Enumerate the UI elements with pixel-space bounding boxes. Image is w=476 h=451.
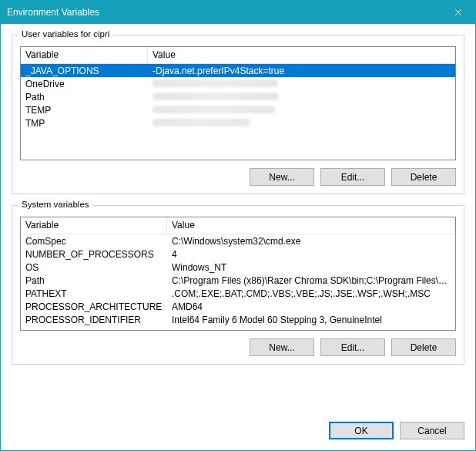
- table-row[interactable]: ComSpecC:\Windows\system32\cmd.exe: [21, 234, 455, 247]
- system-list-header: Variable Value: [21, 217, 455, 234]
- variable-value-cell: 4: [167, 249, 455, 260]
- system-variables-legend: System variables: [18, 200, 92, 209]
- table-row[interactable]: TEMP: [21, 103, 455, 116]
- table-row[interactable]: OneDrive: [21, 77, 455, 90]
- variable-name-cell: TMP: [21, 118, 148, 129]
- variable-value-cell: C:\Windows\system32\cmd.exe: [167, 236, 455, 247]
- variable-name-cell: NUMBER_OF_PROCESSORS: [21, 249, 167, 260]
- variable-value-cell: Windows_NT: [167, 262, 455, 273]
- system-rows[interactable]: ComSpecC:\Windows\system32\cmd.exeNUMBER…: [21, 234, 455, 330]
- variable-value-cell: [148, 92, 455, 103]
- variable-value-cell: AMD64: [167, 301, 455, 312]
- window-title: Environment Variables: [7, 7, 441, 18]
- user-new-button[interactable]: New...: [250, 168, 314, 186]
- close-icon[interactable]: [441, 1, 475, 24]
- variable-name-cell: Path: [21, 92, 148, 103]
- variable-name-cell: PROCESSOR_IDENTIFIER: [21, 315, 167, 325]
- user-list-header: Variable Value: [21, 47, 455, 64]
- dialog-footer: OK Cancel: [1, 422, 475, 450]
- table-row[interactable]: _JAVA_OPTIONS-Djava.net.preferIPv4Stack=…: [21, 64, 455, 77]
- variable-value-cell: C:\Program Files (x86)\Razer Chroma SDK\…: [167, 275, 455, 286]
- user-edit-button[interactable]: Edit...: [320, 168, 385, 186]
- system-delete-button[interactable]: Delete: [391, 338, 456, 356]
- variable-value-cell: Intel64 Family 6 Model 60 Stepping 3, Ge…: [167, 315, 455, 325]
- user-variables-legend: User variables for cipri: [18, 29, 112, 39]
- variable-value-cell: .COM;.EXE;.BAT;.CMD;.VBS;.VBE;.JS;.JSE;.…: [167, 288, 455, 299]
- variable-name-cell: PATHEXT: [21, 288, 167, 299]
- variable-name-cell: _JAVA_OPTIONS: [21, 66, 148, 76]
- system-variables-group: System variables Variable Value ComSpecC…: [12, 205, 464, 365]
- titlebar: Environment Variables: [1, 1, 475, 24]
- variable-value-cell: [148, 105, 455, 116]
- system-edit-button[interactable]: Edit...: [320, 338, 385, 356]
- ok-button[interactable]: OK: [329, 422, 394, 439]
- user-variables-list[interactable]: Variable Value _JAVA_OPTIONS-Djava.net.p…: [20, 46, 456, 160]
- obscured-value: [153, 106, 275, 113]
- user-header-variable[interactable]: Variable: [21, 47, 148, 63]
- system-header-value[interactable]: Value: [167, 217, 455, 234]
- table-row[interactable]: NUMBER_OF_PROCESSORS4: [21, 247, 455, 261]
- variable-value-cell: [148, 79, 455, 89]
- obscured-value: [153, 79, 278, 87]
- table-row[interactable]: OSWindows_NT: [21, 261, 455, 274]
- variable-name-cell: Path: [21, 275, 167, 286]
- table-row[interactable]: TMP: [21, 116, 455, 130]
- system-button-row: New... Edit... Delete: [20, 338, 456, 356]
- system-variables-list[interactable]: Variable Value ComSpecC:\Windows\system3…: [20, 217, 456, 331]
- variable-name-cell: TEMP: [21, 105, 148, 116]
- system-header-variable[interactable]: Variable: [21, 217, 167, 234]
- table-row[interactable]: PathC:\Program Files (x86)\Razer Chroma …: [21, 274, 455, 287]
- variable-name-cell: PROCESSOR_ARCHITECTURE: [21, 301, 167, 312]
- variable-name-cell: ComSpec: [21, 236, 167, 247]
- cancel-button[interactable]: Cancel: [400, 422, 464, 439]
- dialog-client-area: User variables for cipri Variable Value …: [1, 24, 475, 422]
- environment-variables-dialog: Environment Variables User variables for…: [0, 0, 476, 451]
- variable-value-cell: -Djava.net.preferIPv4Stack=true: [148, 66, 455, 76]
- user-button-row: New... Edit... Delete: [20, 168, 456, 186]
- user-header-value[interactable]: Value: [148, 47, 455, 63]
- user-rows[interactable]: _JAVA_OPTIONS-Djava.net.preferIPv4Stack=…: [21, 64, 455, 160]
- variable-value-cell: [148, 118, 455, 129]
- system-new-button[interactable]: New...: [250, 338, 314, 356]
- table-row[interactable]: PROCESSOR_ARCHITECTUREAMD64: [21, 300, 455, 313]
- table-row[interactable]: PATHEXT.COM;.EXE;.BAT;.CMD;.VBS;.VBE;.JS…: [21, 287, 455, 300]
- obscured-value: [153, 119, 250, 126]
- obscured-value: [153, 93, 279, 100]
- table-row[interactable]: Path: [21, 90, 455, 103]
- user-variables-group: User variables for cipri Variable Value …: [12, 35, 464, 194]
- variable-name-cell: OneDrive: [21, 79, 148, 89]
- variable-name-cell: OS: [21, 262, 167, 273]
- user-delete-button[interactable]: Delete: [391, 168, 456, 186]
- table-row[interactable]: PROCESSOR_IDENTIFIERIntel64 Family 6 Mod…: [21, 313, 455, 326]
